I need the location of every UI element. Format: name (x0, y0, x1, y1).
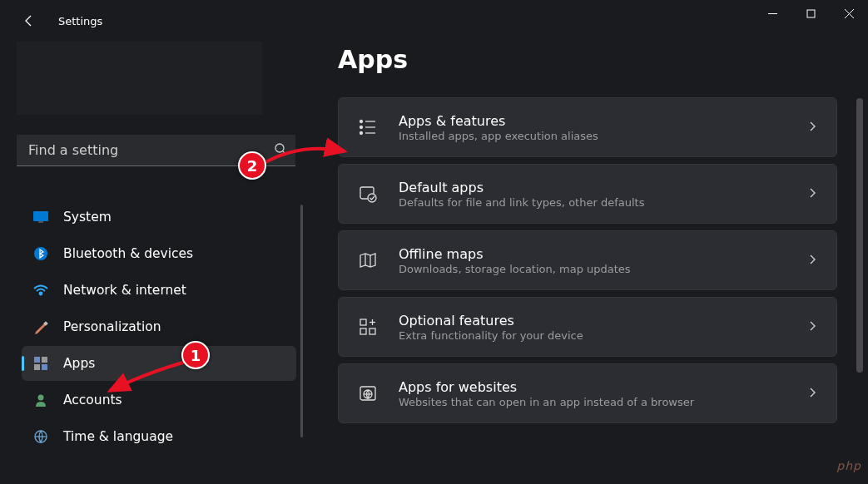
svg-point-15 (38, 395, 44, 401)
card-optional-features[interactable]: Optional features Extra functionality fo… (338, 297, 837, 357)
sidebar-item-network[interactable]: Network & internet (22, 273, 296, 308)
paintbrush-icon (33, 319, 48, 334)
scrollbar-thumb[interactable] (856, 98, 863, 373)
minimize-button[interactable] (753, 0, 791, 27)
back-button[interactable] (17, 8, 42, 33)
sidebar-item-accounts[interactable]: Accounts (22, 383, 296, 417)
svg-rect-11 (34, 357, 40, 363)
close-icon (845, 9, 854, 18)
wifi-icon (33, 284, 48, 296)
card-title: Optional features (399, 313, 806, 328)
chevron-right-icon (806, 319, 818, 335)
svg-rect-28 (360, 319, 366, 325)
sidebar-item-bluetooth[interactable]: Bluetooth & devices (22, 236, 296, 271)
card-default-apps[interactable]: Default apps Defaults for file and link … (338, 164, 837, 224)
sidebar-item-label: Time & language (63, 429, 173, 444)
globe-clock-icon (33, 430, 48, 443)
chevron-right-icon (806, 386, 818, 402)
sidebar-item-system[interactable]: System (22, 200, 296, 235)
card-title: Offline maps (399, 246, 806, 262)
person-icon (33, 393, 48, 407)
svg-rect-30 (370, 328, 375, 334)
chevron-right-icon (806, 253, 818, 269)
main-content: Apps Apps & features Installed apps, app… (308, 42, 868, 484)
maximize-button[interactable] (791, 0, 830, 27)
profile-card[interactable] (17, 42, 262, 115)
minimize-icon (768, 9, 777, 18)
apps-list-icon (357, 118, 379, 136)
maximize-icon (806, 9, 816, 18)
svg-rect-29 (360, 328, 366, 334)
nav: System Bluetooth & devices Network & int… (17, 200, 296, 454)
svg-point-4 (275, 144, 284, 152)
svg-point-25 (368, 194, 376, 202)
card-subtitle: Installed apps, app execution aliases (399, 130, 806, 142)
sidebar-item-label: Personalization (63, 319, 161, 334)
close-button[interactable] (830, 0, 868, 27)
chevron-right-icon (806, 120, 818, 136)
svg-line-5 (283, 151, 286, 155)
chevron-right-icon (806, 186, 818, 202)
svg-point-22 (360, 132, 363, 135)
svg-rect-12 (42, 357, 47, 363)
svg-point-18 (360, 121, 363, 123)
bluetooth-icon (33, 247, 48, 260)
sidebar-item-label: Network & internet (63, 283, 186, 298)
back-arrow-icon (22, 14, 36, 27)
card-subtitle: Extra functionality for your device (399, 329, 806, 342)
sidebar-item-apps[interactable]: Apps (22, 346, 296, 381)
watermark: php (836, 459, 861, 472)
map-icon (357, 251, 379, 269)
card-subtitle: Websites that can open in an app instead… (399, 396, 806, 408)
svg-point-9 (40, 293, 42, 295)
page-title: Apps (338, 45, 838, 74)
sidebar-item-label: Bluetooth & devices (63, 246, 193, 261)
card-title: Default apps (399, 180, 806, 195)
apps-icon (33, 357, 48, 370)
sidebar-item-label: System (63, 210, 112, 225)
svg-point-20 (360, 126, 363, 129)
globe-app-icon (357, 384, 379, 403)
optional-features-icon (357, 318, 379, 336)
sidebar: System Bluetooth & devices Network & int… (0, 42, 308, 484)
display-icon (33, 211, 48, 223)
window-controls (753, 0, 868, 27)
window-title: Settings (58, 15, 102, 27)
card-subtitle: Defaults for file and link types, other … (399, 196, 806, 209)
card-offline-maps[interactable]: Offline maps Downloads, storage location… (338, 230, 837, 290)
svg-rect-1 (807, 10, 815, 17)
cards-list: Apps & features Installed apps, app exec… (338, 97, 837, 423)
search-icon (274, 142, 287, 159)
card-apps-features[interactable]: Apps & features Installed apps, app exec… (338, 97, 837, 157)
titlebar: Settings (0, 0, 868, 42)
annotation-badge-1: 1 (181, 341, 210, 369)
svg-rect-6 (33, 211, 48, 221)
annotation-badge-2: 2 (238, 151, 266, 180)
card-subtitle: Downloads, storage location, map updates (399, 263, 806, 275)
sidebar-item-time-language[interactable]: Time & language (22, 419, 296, 454)
svg-rect-7 (38, 221, 43, 223)
sidebar-item-label: Apps (63, 356, 95, 371)
default-apps-icon (357, 185, 379, 203)
sidebar-item-personalization[interactable]: Personalization (22, 309, 296, 344)
svg-rect-14 (42, 364, 47, 370)
sidebar-item-label: Accounts (63, 393, 122, 407)
card-title: Apps & features (399, 113, 806, 129)
card-title: Apps for websites (399, 379, 806, 395)
svg-rect-13 (34, 364, 40, 370)
card-apps-websites[interactable]: Apps for websites Websites that can open… (338, 363, 837, 423)
